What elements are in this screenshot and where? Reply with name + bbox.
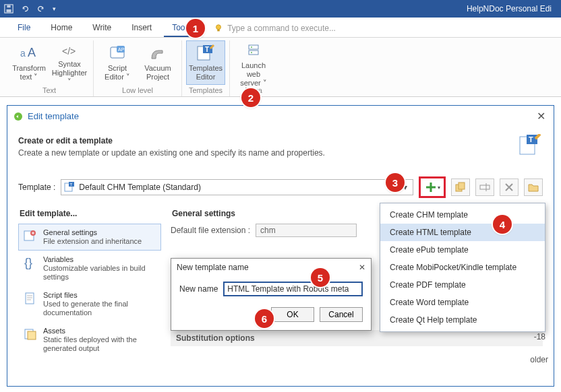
menu-item-pdf[interactable]: Create PDF template — [380, 276, 545, 294]
default-ext-label: Default file extension : — [171, 226, 250, 235]
default-ext-input[interactable] — [256, 224, 357, 237]
svg-rect-4 — [217, 30, 220, 32]
syntax-highlighter-button[interactable]: </> Syntax Highlighter ˅ — [50, 40, 89, 85]
sidebar-heading: Edit template... — [20, 209, 161, 218]
panel-icon — [13, 111, 24, 122]
callout-2: 2 — [241, 88, 260, 107]
svg-text:</>: </> — [62, 46, 76, 57]
svg-rect-2 — [7, 5, 10, 8]
svg-text:T: T — [529, 135, 533, 143]
svg-text:API: API — [118, 47, 125, 52]
syntax-icon: </> — [59, 44, 80, 59]
script-editor-button[interactable]: API Script Editor ˅ — [98, 40, 137, 85]
callout-1: 1 — [186, 19, 205, 38]
menu-item-html[interactable]: Create HTML template — [380, 224, 545, 241]
fragment-text: -18 — [534, 332, 545, 341]
new-name-label: New name — [179, 284, 218, 294]
save-icon[interactable] — [4, 4, 13, 13]
redo-icon[interactable] — [36, 4, 46, 13]
transform-icon: aA — [18, 44, 40, 63]
qat-dropdown-icon[interactable]: ▾ — [53, 5, 56, 12]
sidebar-item-variables[interactable]: {} VariablesCustomizable variables in bu… — [18, 251, 161, 286]
transform-text-button[interactable]: aA Transform text ˅ — [9, 40, 49, 85]
svg-rect-32 — [26, 293, 34, 304]
menu-item-word[interactable]: Create Word template — [380, 294, 545, 311]
ribbon-group-templates: T Templates Editor Templates — [182, 40, 230, 96]
quick-access-toolbar: ▾ — [4, 4, 56, 13]
launch-web-server-button[interactable]: Launch web server ˅ — [234, 40, 273, 85]
ok-button[interactable]: OK — [271, 307, 314, 322]
vacuum-icon — [147, 44, 169, 63]
sidebar-item-general[interactable]: General settingsFile extension and inher… — [18, 224, 161, 251]
rename-template-button[interactable] — [475, 178, 494, 196]
menu-item-epub[interactable]: Create ePub template — [380, 241, 545, 259]
ribbon-group-label: Text — [42, 85, 56, 96]
ribbon: aA Transform text ˅ </> Syntax Highlight… — [0, 38, 561, 97]
svg-rect-15 — [249, 51, 258, 55]
menu-item-chm[interactable]: Create CHM template — [380, 206, 545, 224]
svg-rect-37 — [28, 331, 36, 339]
callout-3: 3 — [386, 173, 405, 192]
vacuum-project-button[interactable]: Vacuum Project — [138, 40, 177, 85]
close-icon[interactable]: ✕ — [534, 110, 548, 123]
sidebar-item-scripts[interactable]: Script filesUsed to generate the final d… — [18, 286, 161, 322]
templates-editor-button[interactable]: T Templates Editor — [186, 40, 225, 85]
substitution-heading: Substitution options — [171, 330, 543, 346]
templates-editor-icon: T — [195, 44, 216, 63]
menu-item-mobi[interactable]: Create MobiPocket/Kindle template — [380, 259, 545, 276]
svg-rect-14 — [249, 45, 258, 49]
svg-point-17 — [251, 52, 252, 53]
svg-text:A: A — [28, 46, 36, 59]
script-file-icon — [23, 291, 38, 306]
svg-text:{}: {} — [24, 256, 32, 269]
panel-title: Edit template — [28, 111, 79, 121]
ribbon-group-text: aA Transform text ˅ </> Syntax Highlight… — [5, 40, 94, 96]
bulb-icon — [214, 24, 223, 33]
header-template-icon: T — [519, 134, 541, 157]
svg-text:T: T — [205, 46, 209, 53]
svg-text:T: T — [70, 183, 73, 187]
duplicate-template-button[interactable] — [451, 178, 470, 196]
callout-6: 6 — [255, 309, 274, 328]
tell-me-placeholder: Type a command to execute... — [227, 24, 336, 33]
tab-write[interactable]: Write — [84, 19, 119, 37]
undo-icon[interactable] — [20, 4, 30, 13]
fragment-text: older — [530, 355, 548, 364]
tab-home[interactable]: Home — [42, 19, 80, 37]
ribbon-group-lowlevel: API Script Editor ˅ Vacuum Project Low l… — [94, 40, 182, 96]
create-template-menu: Create CHM template Create HTML template… — [380, 203, 545, 332]
sidebar-item-assets[interactable]: AssetsStatic files deployed with the gen… — [18, 322, 161, 358]
menu-item-qthelp[interactable]: Create Qt Help template — [380, 311, 545, 329]
svg-point-3 — [216, 25, 221, 30]
tab-insert[interactable]: Insert — [123, 19, 160, 37]
close-icon[interactable]: ✕ — [359, 263, 365, 272]
callout-4: 4 — [493, 215, 512, 234]
script-editor-icon: API — [107, 44, 128, 63]
svg-text:a: a — [20, 48, 26, 59]
svg-rect-26 — [459, 183, 465, 189]
delete-template-button[interactable] — [500, 178, 519, 196]
title-bar: ▾ HelpNDoc Personal Edi — [0, 0, 561, 18]
settings-icon — [23, 228, 38, 243]
template-select-icon: T — [64, 182, 75, 193]
server-icon — [243, 44, 264, 60]
svg-rect-1 — [7, 9, 11, 12]
intro-desc: Create a new template or update an exist… — [18, 148, 543, 158]
intro-title: Create or edit a template — [18, 136, 543, 145]
cancel-button[interactable]: Cancel — [320, 307, 363, 322]
assets-icon — [23, 327, 38, 341]
tell-me-box[interactable]: Type a command to execute... — [211, 22, 341, 36]
new-name-input[interactable] — [223, 282, 363, 296]
braces-icon: {} — [23, 255, 38, 270]
tab-file[interactable]: File — [9, 19, 38, 37]
menu-bar: File Home Write Insert Tools Type a comm… — [0, 18, 561, 38]
template-select[interactable]: T Default CHM Template (Standard) ▾ — [61, 179, 413, 195]
ribbon-group-extra: Launch web server ˅ Extra — [230, 40, 277, 96]
ribbon-group-label: Templates — [189, 85, 223, 96]
template-select-value: Default CHM Template (Standard) — [79, 183, 201, 192]
svg-rect-27 — [480, 185, 490, 189]
callout-5: 5 — [311, 268, 330, 287]
open-folder-button[interactable] — [524, 178, 543, 196]
template-label: Template : — [18, 183, 55, 192]
add-template-button[interactable]: ▾ — [419, 176, 446, 198]
